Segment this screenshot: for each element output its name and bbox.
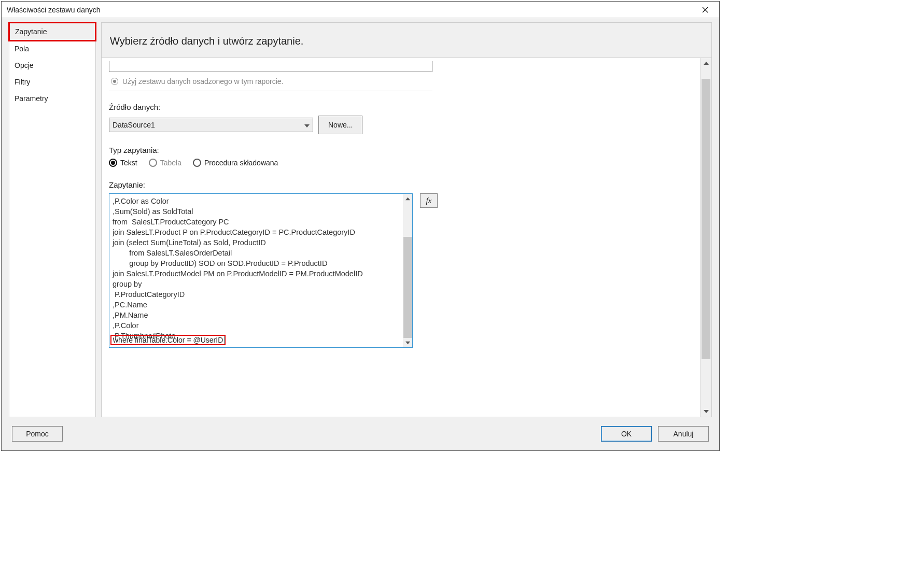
main-scroll: DataSet1 Użyj zestawu danych osadzonego … xyxy=(102,58,711,417)
data-source-row: DataSource1 Nowe... xyxy=(109,116,692,134)
expression-button[interactable]: fx xyxy=(420,193,438,208)
query-textarea[interactable]: ,P.Color as Color ,Sum(Sold) as SoldTota… xyxy=(109,193,413,348)
main-panel: Wybierz źródło danych i utwórz zapytanie… xyxy=(101,22,712,417)
sidebar-item-label: Zapytanie xyxy=(15,27,47,36)
query-label: Zapytanie: xyxy=(109,180,692,189)
help-label: Pomoc xyxy=(26,430,49,438)
scroll-up-icon[interactable] xyxy=(701,58,711,68)
sidebar-item-filters[interactable]: Filtry xyxy=(9,74,95,90)
sidebar-item-label: Pola xyxy=(15,45,29,53)
new-data-source-button[interactable]: Nowe... xyxy=(318,116,362,134)
panel-scrollbar[interactable] xyxy=(700,58,711,417)
query-where-text: where finalTable.Color = @UserID xyxy=(113,336,223,344)
data-source-combobox[interactable]: DataSource1 xyxy=(109,118,313,132)
query-type-proc[interactable]: Procedura składowana xyxy=(193,159,278,167)
sidebar-item-query[interactable]: Zapytanie xyxy=(10,23,95,40)
sidebar-item-label: Filtry xyxy=(15,78,30,86)
main-content: DataSet1 Użyj zestawu danych osadzonego … xyxy=(102,58,711,417)
fx-label: fx xyxy=(426,196,432,205)
query-type-label: Typ zapytania: xyxy=(109,146,692,154)
sidebar-highlight: Zapytanie xyxy=(8,22,96,41)
query-type-table-label: Tabela xyxy=(160,159,181,167)
close-button[interactable] xyxy=(696,4,714,16)
scroll-up-icon[interactable] xyxy=(403,194,412,203)
data-source-value: DataSource1 xyxy=(113,121,155,129)
window-title: Właściwości zestawu danych xyxy=(7,6,696,14)
embed-dataset-radio[interactable] xyxy=(111,78,118,85)
dialog-body: Zapytanie Pola Opcje Filtry Parametry Wy… xyxy=(2,18,719,417)
cancel-label: Anuluj xyxy=(674,430,694,438)
sidebar-item-label: Parametry xyxy=(15,94,48,103)
help-button[interactable]: Pomoc xyxy=(12,426,63,442)
main-header: Wybierz źródło danych i utwórz zapytanie… xyxy=(102,23,711,58)
ok-button[interactable]: OK xyxy=(601,426,652,442)
radio-icon xyxy=(149,159,157,167)
scroll-down-icon[interactable] xyxy=(403,338,412,347)
query-type-text-label: Tekst xyxy=(120,159,137,167)
query-type-text[interactable]: Tekst xyxy=(109,159,137,167)
text-caret xyxy=(225,336,225,344)
scroll-track[interactable] xyxy=(701,68,711,406)
query-scrollbar[interactable] xyxy=(403,194,412,347)
scroll-thumb[interactable] xyxy=(702,79,710,359)
query-area-row: ,P.Color as Color ,Sum(Sold) as SoldTota… xyxy=(109,193,692,348)
ok-label: OK xyxy=(621,430,632,438)
embed-dataset-label: Użyj zestawu danych osadzonego w tym rap… xyxy=(122,77,283,86)
query-where-highlight: where finalTable.Color = @UserID xyxy=(110,335,226,345)
dataset-name-input[interactable]: DataSet1 xyxy=(109,61,432,72)
scroll-thumb[interactable] xyxy=(403,237,412,338)
sidebar-item-fields[interactable]: Pola xyxy=(9,40,95,57)
new-button-label: Nowe... xyxy=(328,121,353,129)
chevron-down-icon xyxy=(304,121,310,129)
sidebar-item-parameters[interactable]: Parametry xyxy=(9,90,95,107)
cancel-button[interactable]: Anuluj xyxy=(658,426,709,442)
titlebar: Właściwości zestawu danych xyxy=(2,2,719,18)
data-source-label: Źródło danych: xyxy=(109,103,692,111)
dialog-window: Właściwości zestawu danych Zapytanie Pol… xyxy=(1,1,720,451)
sidebar-item-options[interactable]: Opcje xyxy=(9,57,95,74)
scroll-track[interactable] xyxy=(403,203,412,338)
query-text-body: ,P.Color as Color ,Sum(Sold) as SoldTota… xyxy=(113,196,401,345)
query-type-table[interactable]: Tabela xyxy=(149,159,181,167)
sidebar-item-label: Opcje xyxy=(15,61,34,69)
radio-icon xyxy=(109,159,117,167)
close-icon xyxy=(702,7,708,13)
dialog-footer: Pomoc OK Anuluj xyxy=(2,417,719,450)
embed-dataset-radio-row: Użyj zestawu danych osadzonego w tym rap… xyxy=(109,74,432,91)
sidebar: Zapytanie Pola Opcje Filtry Parametry xyxy=(9,22,96,417)
query-type-row: Tekst Tabela Procedura składowana xyxy=(109,159,692,167)
query-type-proc-label: Procedura składowana xyxy=(204,159,278,167)
radio-icon xyxy=(193,159,201,167)
scroll-down-icon[interactable] xyxy=(701,406,711,417)
